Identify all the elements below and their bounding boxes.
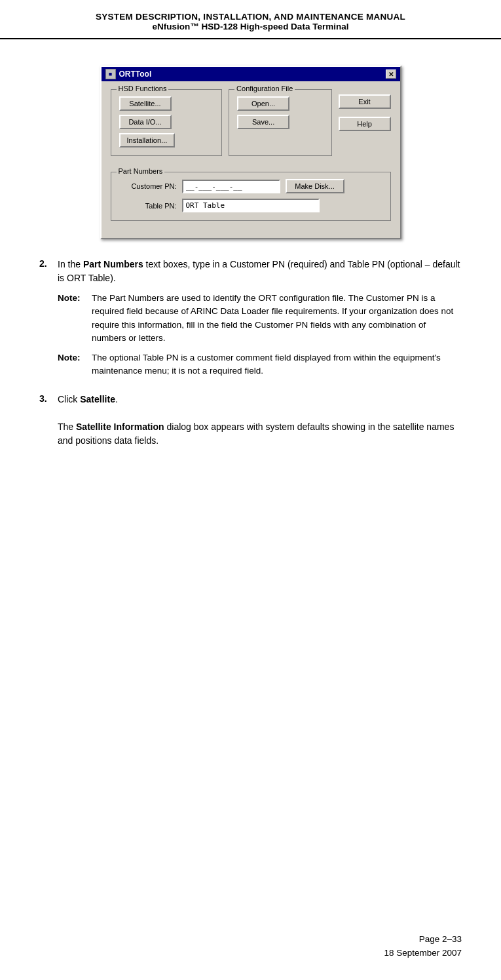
table-pn-row: Table PN:: [119, 199, 382, 212]
header-line1: SYSTEM DESCRIPTION, INSTALLATION, AND MA…: [39, 12, 462, 22]
top-group-row: HSD Functions Satellite... Data I/O... I…: [111, 89, 391, 164]
table-pn-label: Table PN:: [119, 202, 177, 210]
open-button[interactable]: Open...: [237, 96, 289, 111]
step-2-content: In the Part Numbers text boxes, type in …: [58, 258, 462, 382]
window-title: ORTTool: [119, 69, 152, 79]
step-2-number: 2.: [39, 258, 52, 382]
hsd-functions-group: HSD Functions Satellite... Data I/O... I…: [111, 89, 223, 156]
step-3-bold: Satellite: [80, 394, 115, 404]
hsd-group-label: HSD Functions: [117, 85, 169, 92]
part-numbers-label: Part Numbers: [117, 167, 165, 175]
page-header: SYSTEM DESCRIPTION, INSTALLATION, AND MA…: [0, 0, 501, 39]
data-io-button[interactable]: Data I/O...: [119, 115, 172, 129]
step-2-bold: Part Numbers: [83, 259, 143, 269]
step-3-text-before: Click: [58, 394, 80, 404]
app-icon: ■: [105, 69, 116, 79]
step-3-text-after: .: [115, 394, 118, 404]
step-2: 2. In the Part Numbers text boxes, type …: [39, 258, 462, 382]
step-3-para-before: The: [58, 421, 76, 432]
step-3: 3. Click Satellite. The Satellite Inform…: [39, 393, 462, 448]
save-button[interactable]: Save...: [237, 115, 289, 129]
footer-page: Page 2–33: [384, 932, 462, 947]
exit-button[interactable]: Exit: [339, 94, 391, 109]
page-footer: Page 2–33 18 September 2007: [384, 932, 462, 960]
make-disk-button[interactable]: Make Disk...: [286, 179, 344, 193]
screenshot-container: ■ ORTTool ✕ HSD Functions Satellite... D…: [39, 66, 462, 239]
footer-date: 18 September 2007: [384, 946, 462, 960]
help-button[interactable]: Help: [339, 117, 391, 131]
customer-pn-row: Customer PN: Make Disk...: [119, 179, 382, 193]
exit-help-group: Exit Help: [339, 89, 391, 164]
header-line2: eNfusion™ HSD-128 High-speed Data Termin…: [39, 22, 462, 31]
note2-text: The optional Table PN is a customer comm…: [89, 351, 462, 378]
customer-pn-label: Customer PN:: [119, 182, 177, 190]
customer-pn-input[interactable]: [182, 180, 280, 193]
note2-label: Note:: [58, 351, 85, 378]
installation-button[interactable]: Installation...: [119, 133, 176, 147]
step-3-number: 3.: [39, 393, 52, 448]
part-numbers-section: Customer PN: Make Disk... Table PN:: [119, 179, 382, 212]
step-3-content: Click Satellite. The Satellite Informati…: [58, 393, 462, 448]
part-numbers-group: Part Numbers Customer PN: Make Disk... T…: [111, 172, 391, 221]
page-content: ■ ORTTool ✕ HSD Functions Satellite... D…: [0, 46, 501, 478]
close-button[interactable]: ✕: [386, 69, 396, 79]
ort-tool-window: ■ ORTTool ✕ HSD Functions Satellite... D…: [100, 66, 401, 239]
ort-body: HSD Functions Satellite... Data I/O... I…: [102, 81, 400, 238]
note1-text: The Part Numbers are used to identify th…: [89, 292, 462, 345]
satellite-button[interactable]: Satellite...: [119, 96, 172, 111]
step-2-note1: Note: The Part Numbers are used to ident…: [58, 292, 462, 345]
step-2-text-before: In the: [58, 259, 83, 269]
note1-label: Note:: [58, 292, 85, 345]
config-file-group: Configuration File Open... Save...: [229, 89, 331, 156]
step-3-para-bold: Satellite Information: [76, 421, 164, 432]
config-group-label: Configuration File: [234, 85, 295, 92]
step-2-note2: Note: The optional Table PN is a custome…: [58, 351, 462, 378]
titlebar-left: ■ ORTTool: [105, 69, 152, 79]
table-pn-input[interactable]: [182, 199, 320, 212]
ort-titlebar: ■ ORTTool ✕: [102, 67, 400, 81]
